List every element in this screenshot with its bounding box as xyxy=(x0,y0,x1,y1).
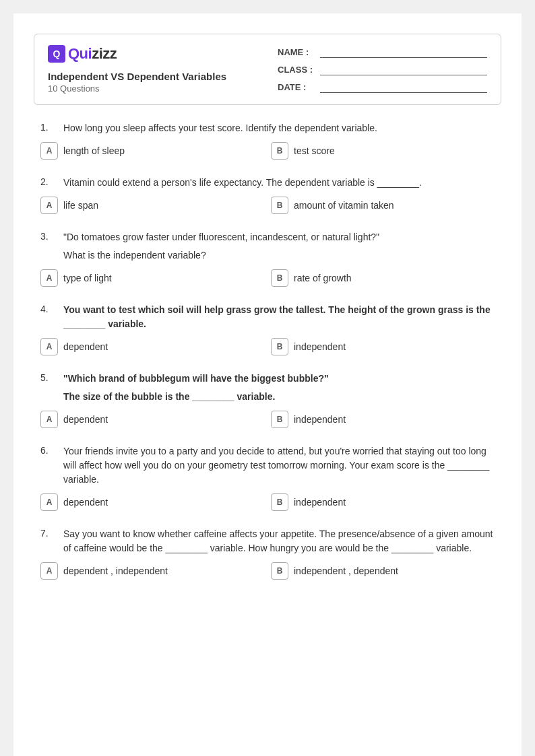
question-2-answer-b: B amount of vitamin taken xyxy=(271,197,495,214)
question-3-answer-a: A type of light xyxy=(40,269,264,287)
answer-b-badge: B xyxy=(271,269,288,287)
question-5-answers: A dependent B independent xyxy=(40,411,495,428)
date-field-row: DATE : xyxy=(278,81,487,93)
answer-b-text: test score xyxy=(294,145,335,156)
questions-section: 1. How long you sleep affects your test … xyxy=(34,121,501,580)
date-label: DATE : xyxy=(278,82,315,92)
answer-b-text: independent xyxy=(294,497,346,508)
page: Q Quizizz Independent VS Dependent Varia… xyxy=(13,13,522,756)
answer-a-text: length of sleep xyxy=(63,145,125,156)
logo: Q Quizizz xyxy=(48,45,257,63)
name-line[interactable] xyxy=(320,46,487,58)
question-5-text: "Which brand of bubblegum will have the … xyxy=(63,373,329,384)
question-3-sub: What is the independent variable? xyxy=(63,248,495,263)
question-4-row: 4. You want to test which soil will help… xyxy=(40,303,495,331)
question-1-answer-a: A length of sleep xyxy=(40,142,264,160)
question-7-row: 7. Say you want to know whether caffeine… xyxy=(40,527,495,555)
question-6-answer-a: A dependent xyxy=(40,493,264,511)
name-label: NAME : xyxy=(278,47,315,57)
answer-a-text: dependent xyxy=(63,341,108,352)
answer-a-text: dependent , independent xyxy=(63,565,168,576)
logo-text: Quizizz xyxy=(68,45,117,63)
question-3: 3. "Do tomatoes grow faster under fluore… xyxy=(40,230,495,287)
question-1-num: 1. xyxy=(40,121,57,135)
question-3-answers: A type of light B rate of growth xyxy=(40,269,495,287)
question-4-num: 4. xyxy=(40,303,57,331)
quiz-title: Independent VS Dependent Variables xyxy=(48,71,257,82)
question-1-text: How long you sleep affects your test sco… xyxy=(63,121,495,135)
class-field-row: CLASS : xyxy=(278,63,487,75)
question-2-num: 2. xyxy=(40,176,57,190)
answer-a-badge: A xyxy=(40,411,58,428)
question-5-answer-b: B independent xyxy=(271,411,495,428)
question-5-row: 5. "Which brand of bubblegum will have t… xyxy=(40,372,495,404)
answer-b-text: independent xyxy=(294,414,346,425)
question-2-answer-a: A life span xyxy=(40,197,264,214)
question-6: 6. Your friends invite you to a party an… xyxy=(40,444,495,511)
question-3-row: 3. "Do tomatoes grow faster under fluore… xyxy=(40,230,495,263)
name-field-row: NAME : xyxy=(278,46,487,58)
question-2-row: 2. Vitamin could extend a person's life … xyxy=(40,176,495,190)
logo-icon: Q xyxy=(48,45,65,63)
question-6-answers: A dependent B independent xyxy=(40,493,495,511)
answer-a-text: type of light xyxy=(63,273,112,283)
answer-b-text: amount of vitamin taken xyxy=(294,200,394,211)
question-5-answer-a: A dependent xyxy=(40,411,264,428)
answer-a-text: dependent xyxy=(63,414,108,425)
question-6-text: Your friends invite you to a party and y… xyxy=(63,444,495,487)
question-1-answer-b: B test score xyxy=(271,142,495,160)
question-5-num: 5. xyxy=(40,372,57,404)
question-3-answer-b: B rate of growth xyxy=(271,269,495,287)
question-7: 7. Say you want to know whether caffeine… xyxy=(40,527,495,580)
answer-b-badge: B xyxy=(271,142,288,160)
question-5: 5. "Which brand of bubblegum will have t… xyxy=(40,372,495,428)
header-right: NAME : CLASS : DATE : xyxy=(257,45,487,94)
question-5-sub: The size of the bubble is the ________ v… xyxy=(63,390,495,404)
answer-b-badge: B xyxy=(271,411,288,428)
quiz-subtitle: 10 Questions xyxy=(48,83,257,94)
class-line[interactable] xyxy=(320,63,487,75)
question-2-answers: A life span B amount of vitamin taken xyxy=(40,197,495,214)
header-box: Q Quizizz Independent VS Dependent Varia… xyxy=(34,34,501,105)
question-4-answer-b: B independent xyxy=(271,338,495,355)
answer-a-text: dependent xyxy=(63,497,108,508)
answer-b-badge: B xyxy=(271,562,288,580)
question-3-num: 3. xyxy=(40,230,57,263)
answer-b-badge: B xyxy=(271,493,288,511)
date-line[interactable] xyxy=(320,81,487,93)
question-3-text: "Do tomatoes grow faster under fluoresce… xyxy=(63,232,379,242)
answer-b-text: independent , dependent xyxy=(294,565,398,576)
question-2-text: Vitamin could extend a person's life exp… xyxy=(63,176,495,190)
question-1-answers: A length of sleep B test score xyxy=(40,142,495,160)
question-7-text: Say you want to know whether caffeine af… xyxy=(63,527,495,555)
answer-b-badge: B xyxy=(271,338,288,355)
answer-a-text: life span xyxy=(63,200,98,211)
class-label: CLASS : xyxy=(278,65,315,75)
question-6-row: 6. Your friends invite you to a party an… xyxy=(40,444,495,487)
question-4-answers: A dependent B independent xyxy=(40,338,495,355)
answer-b-text: independent xyxy=(294,341,346,352)
question-7-num: 7. xyxy=(40,527,57,555)
question-1-row: 1. How long you sleep affects your test … xyxy=(40,121,495,135)
question-7-answer-a: A dependent , independent xyxy=(40,562,264,580)
question-1: 1. How long you sleep affects your test … xyxy=(40,121,495,160)
answer-a-badge: A xyxy=(40,562,58,580)
question-4-answer-a: A dependent xyxy=(40,338,264,355)
question-4: 4. You want to test which soil will help… xyxy=(40,303,495,355)
answer-b-badge: B xyxy=(271,197,288,214)
answer-a-badge: A xyxy=(40,269,58,287)
answer-b-text: rate of growth xyxy=(294,273,352,283)
question-4-text: You want to test which soil will help gr… xyxy=(63,303,495,331)
header-left: Q Quizizz Independent VS Dependent Varia… xyxy=(48,45,257,94)
answer-a-badge: A xyxy=(40,197,58,214)
answer-a-badge: A xyxy=(40,493,58,511)
question-6-num: 6. xyxy=(40,444,57,487)
answer-a-badge: A xyxy=(40,142,58,160)
question-7-answer-b: B independent , dependent xyxy=(271,562,495,580)
question-6-answer-b: B independent xyxy=(271,493,495,511)
question-7-answers: A dependent , independent B independent … xyxy=(40,562,495,580)
question-2: 2. Vitamin could extend a person's life … xyxy=(40,176,495,214)
answer-a-badge: A xyxy=(40,338,58,355)
